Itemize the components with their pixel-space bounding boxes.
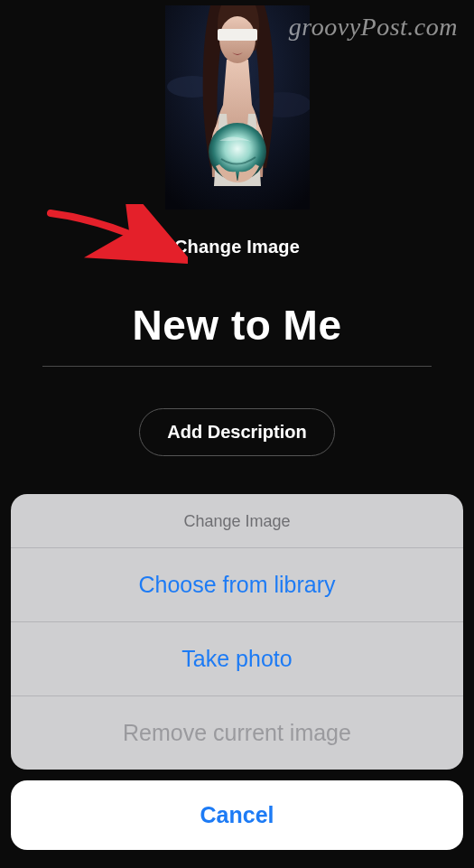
remove-current-image-option[interactable]: Remove current image <box>11 696 463 770</box>
playlist-cover-image[interactable] <box>165 5 310 210</box>
playlist-title-text: New to Me <box>42 301 432 366</box>
cover-art-illustration <box>165 5 310 210</box>
svg-point-6 <box>209 123 266 181</box>
watermark-text: groovyPost.com <box>289 13 458 42</box>
cancel-button[interactable]: Cancel <box>11 780 463 850</box>
choose-from-library-option[interactable]: Choose from library <box>11 548 463 622</box>
title-underline <box>42 366 432 367</box>
playlist-edit-screen: groovyPost.com <box>0 0 474 868</box>
action-sheet-title: Change Image <box>11 494 463 548</box>
take-photo-option[interactable]: Take photo <box>11 622 463 696</box>
change-image-link[interactable]: Change Image <box>174 237 300 257</box>
playlist-title-field[interactable]: New to Me <box>42 301 432 367</box>
action-sheet: Change Image Choose from library Take ph… <box>11 494 463 770</box>
svg-rect-5 <box>218 29 257 41</box>
action-sheet-container: Change Image Choose from library Take ph… <box>0 483 474 868</box>
add-description-button[interactable]: Add Description <box>139 408 334 456</box>
annotation-arrow <box>43 204 188 267</box>
